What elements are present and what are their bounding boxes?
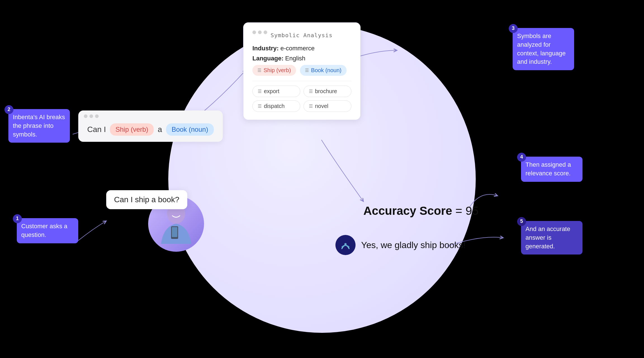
inbenta-logo-icon (340, 239, 351, 251)
tag-icon-ship: ☰ (257, 68, 261, 73)
symbolic-card-dots (252, 30, 267, 34)
dot-s2 (258, 30, 262, 34)
symbolic-language-field: Language: English (252, 55, 351, 62)
symbolic-card-header: Symbolic Analysis (252, 30, 351, 40)
svg-rect-2 (172, 227, 177, 237)
scene: 1 Customer asks a question. 2 Inbenta's … (0, 0, 644, 358)
accuracy-eq-value: = 95 (452, 204, 479, 217)
symbolic-tag-novel: ☰ novel (304, 100, 351, 112)
step-1-bubble: 1 Customer asks a question. (17, 218, 78, 243)
symbolic-card-title: Symbolic Analysis (271, 32, 333, 39)
dot-3 (95, 114, 99, 118)
customer-question-text: Can I ship a book? (114, 195, 179, 204)
symbolic-tag-export-label: export (264, 88, 280, 95)
symbolic-related-tags: ☰ export ☰ brochure ☰ dispatch ☰ novel (252, 86, 351, 112)
step-3-bubble: 3 Symbols are analyzed for context, lang… (513, 28, 574, 70)
tag-icon-brochure: ☰ (309, 89, 313, 94)
phrase-tag-ship: Ship (verb) (110, 123, 154, 136)
symbolic-divider (252, 81, 351, 81)
step-5-number: 5 (517, 217, 526, 226)
dot-s3 (264, 30, 267, 34)
symbolic-tag-novel-label: novel (315, 103, 328, 109)
symbolic-industry-value: e-commerce (280, 45, 314, 52)
tag-icon-book: ☰ (305, 68, 309, 73)
tag-icon-dispatch: ☰ (258, 103, 262, 109)
dot-s1 (252, 30, 256, 34)
symbolic-tag-ship: ☰ Ship (verb) (252, 65, 296, 76)
response-text: Yes, we gladly ship books! (361, 240, 466, 250)
step-2-number: 2 (4, 105, 13, 114)
symbolic-language-value: English (285, 55, 305, 62)
accuracy-label-bold: Accuracy Score (363, 204, 452, 217)
step-4-bubble: 4 Then assigned a relevance score. (521, 157, 583, 182)
symbolic-tag-export: ☰ export (252, 86, 300, 97)
phrase-card-dots (84, 114, 99, 118)
symbolic-industry-field: Industry: e-commerce (252, 45, 351, 52)
svg-point-3 (344, 243, 347, 245)
symbolic-industry-label: Industry: (252, 45, 279, 52)
phrase-tag-book: Book (noun) (166, 123, 214, 136)
accuracy-score-display: Accuracy Score = 95 (363, 204, 479, 218)
symbolic-tag-ship-label: Ship (verb) (264, 67, 291, 74)
customer-chat-bubble: Can I ship a book? (106, 190, 187, 209)
step-5-bubble: 5 And an accurate answer is generated. (521, 221, 583, 255)
dot-1 (84, 114, 87, 118)
symbolic-tag-book-label: Book (noun) (311, 67, 342, 74)
tag-icon-export: ☰ (258, 89, 262, 94)
step-1-number: 1 (13, 214, 22, 223)
tag-icon-novel: ☰ (309, 103, 313, 109)
symbolic-language-label: Language: (252, 55, 283, 62)
step-3-number: 3 (509, 24, 518, 33)
dot-2 (89, 114, 93, 118)
symbolic-tag-brochure-label: brochure (315, 88, 337, 95)
phrase-word-can-i: Can I (87, 125, 106, 134)
step-2-bubble: 2 Inbenta's AI breaks the phrase into sy… (8, 109, 70, 143)
symbolic-tag-dispatch: ☰ dispatch (252, 100, 300, 112)
phrase-card: Can I Ship (verb) a Book (noun) (78, 110, 223, 142)
phrase-word-a: a (158, 125, 162, 134)
step-4-number: 4 (517, 153, 526, 162)
inbenta-avatar (335, 235, 356, 255)
symbolic-analysis-card: Symbolic Analysis Industry: e-commerce L… (243, 22, 361, 120)
response-bubble: Yes, we gladly ship books! (335, 235, 466, 255)
symbolic-tag-dispatch-label: dispatch (264, 103, 285, 109)
symbolic-main-tags: ☰ Ship (verb) ☰ Book (noun) (252, 65, 351, 76)
symbolic-tag-brochure: ☰ brochure (304, 86, 351, 97)
symbolic-tag-book: ☰ Book (noun) (300, 65, 347, 76)
